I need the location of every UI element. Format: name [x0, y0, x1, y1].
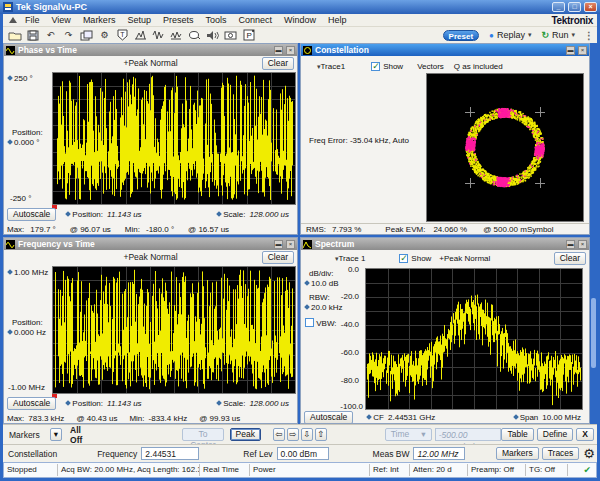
phase-panel-titlebar[interactable]: Phase vs Time ▬ × [4, 44, 297, 56]
frequency-stats-row: Max: 783.3 kHz @ 40.43 us Min: -833.4 kH… [4, 412, 297, 424]
marker-preset-icon[interactable]: P [240, 28, 257, 42]
preset-button[interactable]: Preset [443, 30, 479, 41]
spectrum-close-icon[interactable]: × [578, 240, 587, 249]
spectrum-minimize-icon[interactable]: ▬ [566, 240, 575, 249]
phase-pos-value[interactable]: 11.143 us [107, 210, 142, 219]
constellation-close-icon[interactable]: × [578, 46, 587, 55]
audio-icon[interactable] [204, 28, 221, 42]
spectrum-panel-titlebar[interactable]: Spectrum ▬ × [301, 238, 589, 250]
trigger-icon[interactable]: T [114, 28, 131, 42]
settings-gear-icon[interactable]: ⚙ [96, 28, 113, 42]
frequency-detection-label: +Peak Normal [4, 252, 297, 262]
marker-domain-select[interactable]: Time ▾ [385, 428, 432, 441]
phase-minimize-icon[interactable]: ▬ [274, 46, 283, 55]
run-control[interactable]: ↻ Run ▾ [541, 30, 575, 40]
next-peak-down-button[interactable]: ⇩ [301, 428, 313, 441]
close-button[interactable]: × [584, 2, 597, 12]
markers-close-button[interactable]: X [576, 428, 594, 441]
constellation-vectors-label[interactable]: Vectors [417, 62, 444, 71]
phase-clear-button[interactable]: Clear [262, 57, 294, 70]
menu-setup[interactable]: Setup [121, 15, 157, 25]
phase-plot[interactable] [52, 72, 296, 205]
menu-tools[interactable]: Tools [199, 15, 232, 25]
spectrum-rbw-value[interactable]: 20.0 kHz [305, 303, 343, 312]
spectrum-span-value[interactable]: 10.00 MHz [542, 413, 581, 422]
prev-peak-left-button[interactable]: ⇦ [273, 428, 285, 441]
camera-icon[interactable] [222, 28, 239, 42]
frequency-scale-value[interactable]: 128.000 us [249, 399, 289, 408]
frequency-input[interactable]: 2.44531 GHz [141, 447, 199, 460]
meas-bw-input[interactable]: 12.00 MHz [413, 447, 465, 460]
frequency-panel-titlebar[interactable]: Frequency vs Time ▬ × [4, 238, 297, 250]
frequency-ymax-label: 1.00 MHz [8, 268, 48, 277]
phase-stats-row: Max: 179.7 ° @ 96.07 us Min: -180.0 ° @ … [4, 223, 297, 235]
spectrum-trace-label[interactable]: Trace 1 [339, 254, 366, 263]
menu-file[interactable]: File [19, 15, 46, 25]
menu-connect[interactable]: Connect [232, 15, 278, 25]
acquire-icon[interactable] [186, 28, 203, 42]
constellation-plot[interactable] [426, 73, 584, 222]
markers-all-off-label[interactable]: All Off [70, 425, 90, 445]
system-menu-icon[interactable] [9, 17, 17, 23]
spectrum-show-checkbox[interactable] [399, 254, 408, 263]
frequency-close-icon[interactable]: × [286, 240, 295, 249]
frequency-clear-button[interactable]: Clear [262, 251, 294, 264]
constellation-minimize-icon[interactable]: ▬ [566, 46, 575, 55]
analysis-waveform-icon[interactable] [168, 28, 185, 42]
next-peak-right-button[interactable]: ⇨ [287, 428, 299, 441]
marker-position-input[interactable]: -500.00 mSymbol [435, 428, 502, 441]
spectrum-autoscale-button[interactable]: Autoscale [304, 411, 353, 424]
redo-icon[interactable]: ↷ [60, 28, 77, 42]
constellation-qmode-label[interactable]: Q as included [454, 62, 503, 71]
spectrum-panel-title: Spectrum [315, 239, 354, 249]
constellation-show-label: Show [383, 62, 403, 71]
minimize-button[interactable]: _ [552, 2, 565, 12]
phase-close-icon[interactable]: × [286, 46, 295, 55]
next-peak-up-button[interactable]: ⇧ [315, 428, 327, 441]
constellation-panel-titlebar[interactable]: Constellation ▬ × [301, 44, 589, 56]
define-button[interactable]: Define [537, 428, 574, 441]
run-dropdown-icon[interactable]: ▾ [571, 31, 575, 39]
spectrum-plot[interactable] [365, 268, 583, 410]
spectrum-analyzer-icon[interactable] [132, 28, 149, 42]
replay-label: Replay [497, 30, 525, 40]
menu-markers[interactable]: Markers [77, 15, 122, 25]
frequency-pos-value[interactable]: 11.143 us [107, 399, 142, 408]
replay-dropdown-icon[interactable]: ▾ [528, 31, 532, 39]
menu-help[interactable]: Help [322, 15, 353, 25]
menu-presets[interactable]: Presets [157, 15, 200, 25]
frequency-plot[interactable] [52, 266, 296, 394]
table-button[interactable]: Table [501, 428, 533, 441]
maximize-button[interactable]: □ [568, 2, 581, 12]
ref-lev-input[interactable]: 0.00 dBm [277, 447, 329, 460]
save-icon[interactable] [24, 28, 41, 42]
time-waveform-icon[interactable] [150, 28, 167, 42]
menu-window[interactable]: Window [278, 15, 322, 25]
spectrum-cf-value[interactable]: 2.44531 GHz [388, 413, 435, 422]
markers-dropdown-icon[interactable]: ▾ [50, 428, 62, 441]
spectrum-clear-button[interactable]: Clear [554, 252, 586, 265]
phase-scale-value[interactable]: 128.000 us [249, 210, 289, 219]
traces-panel-button[interactable]: Traces [542, 447, 580, 460]
frequency-minimize-icon[interactable]: ▬ [274, 240, 283, 249]
phase-autoscale-button[interactable]: Autoscale [7, 208, 56, 221]
replay-control[interactable]: ● Replay ▾ [489, 30, 531, 40]
settings-gear-icon-bottom[interactable]: ⚙ [583, 447, 595, 460]
spectrum-cf-marker-icon [367, 414, 373, 420]
frequency-autoscale-button[interactable]: Autoscale [7, 397, 56, 410]
spectrum-dbdiv-value[interactable]: 10.0 dB [305, 279, 339, 288]
undo-icon[interactable]: ↶ [42, 28, 59, 42]
toolbar-overflow-icon[interactable]: ⋮ [584, 30, 594, 41]
displays-icon[interactable] [78, 28, 95, 42]
frequency-ymax-marker-icon [7, 269, 13, 275]
constellation-show-checkbox[interactable] [371, 62, 380, 71]
to-center-button[interactable]: To Center [182, 428, 223, 441]
scrollbar-thumb[interactable] [591, 298, 596, 368]
menu-view[interactable]: View [46, 15, 77, 25]
open-file-icon[interactable] [6, 28, 23, 42]
spectrum-vbw-checkbox[interactable] [305, 318, 314, 327]
constellation-trace-label[interactable]: Trace1 [321, 62, 346, 71]
markers-panel-button[interactable]: Markers [496, 447, 539, 460]
spectrum-vbw-control[interactable]: VBW: [305, 318, 337, 328]
peak-button[interactable]: Peak [230, 428, 261, 441]
